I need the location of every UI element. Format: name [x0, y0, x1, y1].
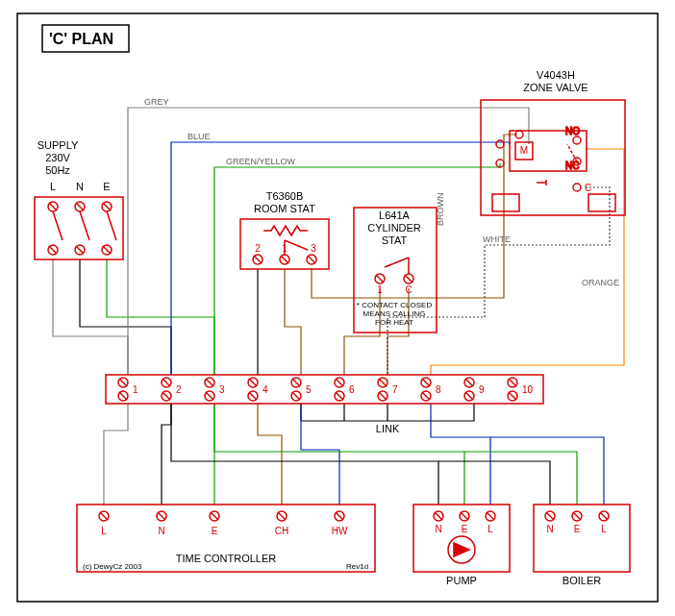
- svg-rect-68: [106, 375, 543, 404]
- svg-line-88: [292, 392, 300, 400]
- svg-rect-64: [588, 194, 615, 211]
- svg-line-40: [376, 275, 384, 283]
- svg-line-96: [379, 392, 387, 400]
- svg-line-17: [103, 246, 111, 254]
- svg-text:MEANS CALLING: MEANS CALLING: [363, 309, 426, 318]
- svg-line-156: [600, 512, 608, 520]
- svg-text:E: E: [462, 524, 468, 534]
- svg-text:HW: HW: [332, 526, 348, 536]
- svg-line-80: [206, 392, 213, 400]
- svg-line-121: [100, 512, 108, 520]
- svg-text:CH: CH: [275, 526, 288, 536]
- supply-label: SUPPLY: [38, 139, 79, 151]
- diagram-title: 'C' PLAN: [49, 31, 113, 47]
- svg-text:L: L: [488, 524, 493, 534]
- svg-line-92: [336, 392, 343, 400]
- svg-line-20: [107, 211, 116, 240]
- room-stat-block: T6360B ROOM STAT 2 1 3: [240, 190, 329, 269]
- wire-label-grey: GREY: [144, 97, 169, 107]
- svg-line-144: [487, 512, 494, 520]
- svg-line-7: [49, 203, 57, 210]
- svg-line-11: [103, 203, 111, 210]
- svg-line-154: [573, 512, 581, 520]
- svg-text:1: 1: [282, 243, 288, 254]
- svg-text:1: 1: [377, 284, 383, 295]
- svg-point-61: [573, 184, 581, 191]
- svg-line-42: [405, 275, 412, 283]
- svg-text:TIME CONTROLLER: TIME CONTROLLER: [176, 553, 277, 564]
- svg-text:CYLINDER: CYLINDER: [367, 222, 421, 234]
- time-controller-block: L N E CH HW TIME CONTROLLER (c) DewyCz 2…: [77, 505, 375, 572]
- supply-block: SUPPLY 230V 50Hz L N E: [35, 139, 123, 259]
- svg-line-18: [53, 211, 62, 240]
- svg-text:5: 5: [306, 384, 312, 395]
- svg-line-31: [285, 240, 308, 250]
- svg-line-70: [119, 379, 127, 386]
- svg-text:7: 7: [392, 384, 398, 395]
- pump-block: N E L PUMP: [413, 505, 510, 586]
- svg-point-56: [573, 136, 581, 144]
- svg-text:2: 2: [255, 243, 261, 254]
- wire-label-blue: BLUE: [188, 132, 211, 141]
- svg-text:PUMP: PUMP: [446, 575, 477, 586]
- svg-text:ZONE VALVE: ZONE VALVE: [523, 82, 588, 93]
- svg-line-78: [206, 379, 213, 386]
- svg-line-104: [465, 392, 473, 400]
- svg-line-106: [509, 379, 516, 386]
- svg-line-25: [254, 256, 262, 263]
- svg-text:C: C: [405, 284, 412, 295]
- svg-line-60: [567, 144, 577, 161]
- svg-text:6: 6: [349, 384, 355, 395]
- svg-text:* CONTACT CLOSED: * CONTACT CLOSED: [357, 301, 433, 309]
- svg-rect-63: [492, 194, 519, 211]
- svg-text:(c) DewyCz 2003: (c) DewyCz 2003: [83, 562, 142, 571]
- wiring-diagram: 'C' PLAN GREY BLUE GREEN/YELLOW BROWN OR…: [0, 0, 675, 616]
- svg-text:4: 4: [262, 384, 268, 395]
- link-label: LINK: [376, 423, 400, 434]
- svg-line-19: [80, 211, 89, 240]
- svg-text:E: E: [212, 526, 218, 536]
- svg-text:10: 10: [522, 384, 534, 395]
- svg-text:C: C: [585, 183, 591, 193]
- junction-block: [106, 375, 543, 404]
- svg-line-74: [162, 379, 170, 386]
- svg-text:FOR HEAT: FOR HEAT: [375, 318, 413, 327]
- svg-line-125: [211, 512, 218, 520]
- supply-voltage: 230V: [45, 152, 70, 163]
- svg-line-123: [158, 512, 165, 520]
- svg-rect-52: [481, 100, 625, 215]
- svg-text:ROOM STAT: ROOM STAT: [254, 203, 315, 214]
- svg-text:9: 9: [479, 384, 485, 395]
- svg-line-127: [278, 512, 286, 520]
- svg-line-90: [336, 379, 343, 386]
- svg-line-72: [119, 392, 127, 400]
- boiler-block: N E L BOILER: [534, 505, 630, 586]
- svg-line-82: [249, 379, 257, 386]
- svg-text:STAT: STAT: [382, 234, 408, 246]
- svg-line-102: [465, 379, 473, 386]
- wire-label-green: GREEN/YELLOW: [226, 157, 296, 166]
- svg-text:N: N: [76, 181, 84, 192]
- svg-text:L: L: [50, 181, 56, 192]
- svg-line-152: [546, 512, 554, 520]
- svg-text:2: 2: [176, 384, 182, 395]
- svg-text:N: N: [435, 524, 441, 534]
- svg-line-9: [76, 203, 84, 210]
- wire-label-white: WHITE: [483, 234, 511, 244]
- svg-point-66: [496, 140, 504, 148]
- svg-text:E: E: [574, 524, 581, 534]
- svg-text:NC: NC: [565, 160, 579, 171]
- svg-text:T6360B: T6360B: [266, 190, 304, 202]
- svg-text:N: N: [158, 526, 164, 536]
- svg-line-100: [422, 392, 430, 400]
- svg-text:BOILER: BOILER: [562, 575, 601, 586]
- svg-line-29: [308, 256, 315, 263]
- svg-text:Rev1d: Rev1d: [346, 562, 368, 571]
- svg-line-98: [422, 379, 430, 386]
- svg-line-44: [385, 258, 409, 267]
- svg-text:V4043H: V4043H: [537, 69, 575, 81]
- svg-text:3: 3: [311, 243, 316, 254]
- svg-text:8: 8: [436, 384, 441, 395]
- svg-text:1: 1: [133, 384, 138, 395]
- svg-text:NO: NO: [565, 126, 580, 136]
